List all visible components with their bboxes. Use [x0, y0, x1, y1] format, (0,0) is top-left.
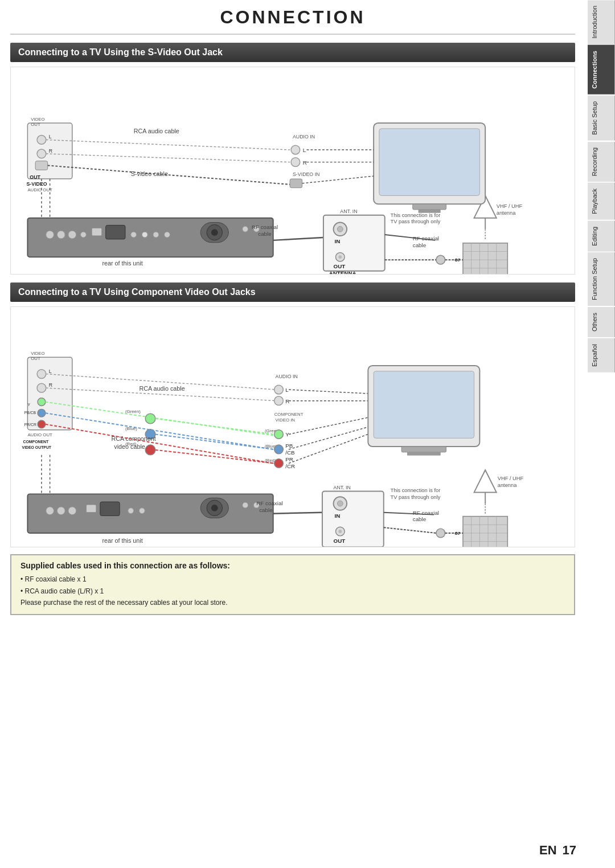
svg-point-144: [274, 445, 284, 454]
section1-header: Connecting to a TV Using the S-Video Out…: [10, 43, 575, 62]
sidebar-tab-connections[interactable]: Connections: [588, 45, 615, 95]
svg-text:AUDIO OUT: AUDIO OUT: [27, 432, 52, 437]
sidebar-tab-editing[interactable]: Editing: [588, 221, 615, 252]
sidebar-tab-others[interactable]: Others: [588, 307, 615, 337]
svg-text:OUT: OUT: [31, 122, 40, 127]
svg-point-95: [38, 409, 46, 417]
svg-rect-122: [100, 502, 120, 516]
svg-text:PB: PB: [285, 443, 293, 449]
svg-rect-75: [419, 210, 441, 213]
svg-point-123: [128, 508, 134, 514]
svg-point-172: [338, 530, 342, 533]
svg-text:R: R: [49, 148, 52, 154]
sidebar-tab-playback[interactable]: Playback: [588, 183, 615, 220]
section2-header: Connecting to a TV Using Component Video…: [10, 282, 575, 302]
svg-text:S-VIDEO IN: S-VIDEO IN: [293, 171, 320, 177]
svg-text:ANT. IN: ANT. IN: [340, 208, 357, 214]
svg-text:IN: IN: [335, 513, 341, 519]
svg-rect-39: [323, 215, 385, 271]
svg-text:L: L: [49, 134, 52, 140]
svg-text:OUT: OUT: [31, 356, 40, 361]
svg-text:S-VIDEO: S-VIDEO: [26, 181, 47, 187]
info-box-title: Supplied cables used in this connection …: [20, 561, 565, 570]
svg-point-6: [37, 149, 46, 158]
svg-text:rear of this unit: rear of this unit: [102, 537, 142, 543]
sidebar-tab-introduction[interactable]: Introduction: [588, 0, 615, 44]
language-label: EN: [539, 843, 557, 858]
svg-text:RCA audio cable: RCA audio cable: [134, 128, 179, 134]
svg-text:cable: cable: [258, 231, 272, 237]
sidebar-tab-recording[interactable]: Recording: [588, 142, 615, 182]
svg-point-45: [338, 255, 342, 259]
svg-text:/CR: /CR: [285, 463, 295, 469]
svg-rect-17: [92, 228, 102, 236]
svg-point-108: [145, 445, 155, 455]
svg-point-21: [153, 232, 159, 238]
svg-text:cable: cable: [413, 516, 427, 522]
svg-text:cable: cable: [413, 242, 427, 248]
svg-text:VHF / UHF: VHF / UHF: [498, 476, 524, 481]
svg-point-13: [46, 231, 54, 239]
svg-point-19: [131, 232, 137, 238]
svg-text:VIDEO OUTPUT: VIDEO OUTPUT: [22, 445, 52, 449]
svg-text:VIDEO: VIDEO: [31, 351, 44, 356]
svg-text:VIDEO: VIDEO: [31, 117, 44, 122]
svg-text:Y: Y: [285, 431, 289, 437]
svg-rect-73: [379, 129, 479, 196]
page-title-bar: CONNECTION: [10, 0, 575, 35]
svg-rect-185: [463, 516, 507, 547]
svg-point-92: [37, 383, 46, 392]
svg-text:COMPONENT: COMPONENT: [274, 412, 304, 417]
page-footer: EN 17: [539, 843, 576, 858]
svg-text:This connection is for: This connection is for: [391, 212, 441, 218]
svg-text:cable: cable: [259, 506, 273, 513]
svg-text:TV pass through only: TV pass through only: [391, 219, 441, 224]
svg-point-25: [211, 229, 218, 236]
page-number: 17: [563, 843, 576, 858]
svg-point-148: [274, 458, 284, 468]
svg-point-94: [38, 398, 46, 406]
svg-text:ANT. IN: ANT. IN: [334, 484, 351, 490]
svg-text:antenna: antenna: [498, 482, 517, 488]
svg-text:video cable: video cable: [114, 443, 145, 450]
info-line-1: • RF coaxial cable x 1: [20, 574, 565, 585]
svg-point-124: [139, 508, 145, 514]
svg-text:R: R: [303, 159, 307, 166]
svg-point-26: [243, 226, 248, 232]
svg-text:OUT: OUT: [334, 263, 346, 269]
svg-rect-160: [374, 371, 474, 438]
svg-text:AUDIO IN: AUDIO IN: [293, 134, 315, 140]
svg-text:ANTENNA: ANTENNA: [329, 270, 356, 274]
svg-point-136: [274, 396, 284, 406]
svg-text:PR: PR: [285, 456, 293, 462]
svg-text:PR/CR: PR/CR: [24, 422, 36, 426]
svg-text:This connection is for: This connection is for: [391, 488, 441, 493]
info-line-2: • RCA audio cable (L/R) x 1: [20, 586, 565, 597]
svg-rect-58: [463, 243, 507, 274]
sidebar-tab-function-setup[interactable]: Function Setup: [588, 252, 615, 306]
svg-point-127: [211, 505, 218, 511]
svg-point-20: [142, 232, 147, 238]
svg-text:/CB: /CB: [285, 449, 295, 455]
svg-rect-121: [86, 505, 96, 513]
svg-point-134: [274, 385, 284, 394]
svg-rect-162: [407, 452, 441, 456]
diagram1-svg: VIDEO OUT L R OUT S-VIDEO AUDIO OUT: [11, 67, 575, 274]
svg-rect-12: [27, 218, 273, 257]
svg-rect-161: [401, 447, 446, 452]
svg-text:R: R: [49, 382, 52, 388]
svg-point-14: [57, 231, 65, 239]
svg-point-4: [37, 136, 46, 145]
svg-text:IN: IN: [335, 238, 341, 244]
diagram1-container: VIDEO OUT L R OUT S-VIDEO AUDIO OUT: [10, 67, 575, 275]
diagram2-svg: VIDEO OUT L R Y PB/CB PR/CR AUDIO OUT CO…: [11, 307, 575, 547]
svg-text:PB/CB: PB/CB: [24, 411, 36, 415]
svg-point-22: [165, 232, 170, 238]
svg-text:TV pass through only: TV pass through only: [391, 494, 441, 500]
info-line-3: Please purchase the rest of the necessar…: [20, 597, 565, 608]
svg-point-77: [291, 145, 300, 154]
sidebar-tab-espanol[interactable]: Español: [588, 338, 615, 372]
svg-text:VHF / UHF: VHF / UHF: [497, 203, 523, 209]
svg-rect-82: [290, 179, 302, 188]
sidebar-tab-basic-setup[interactable]: Basic Setup: [588, 96, 615, 141]
